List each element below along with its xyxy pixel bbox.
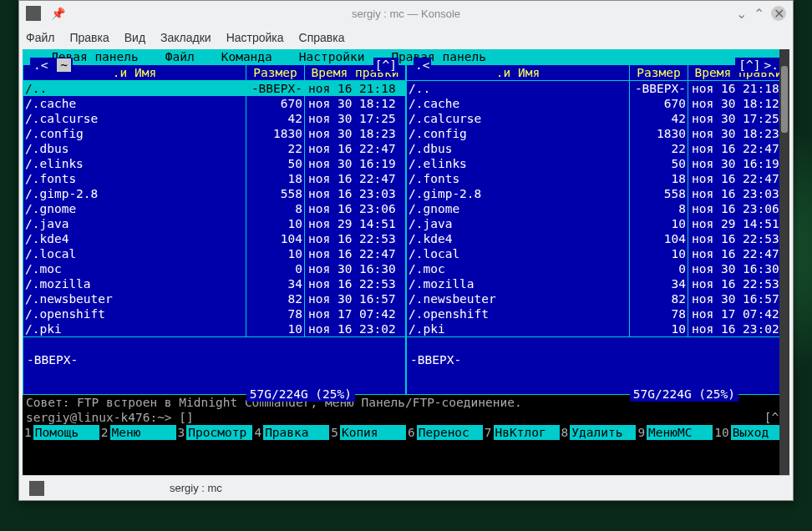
file-row[interactable]: /.config1830ноя 30 18:23: [23, 126, 405, 141]
fkey-7[interactable]: 7НвКтлог: [483, 425, 560, 440]
file-row[interactable]: /.moc0ноя 30 16:30: [23, 261, 405, 276]
file-row[interactable]: /.elinks50ноя 30 16:19: [407, 156, 789, 171]
minimize-icon[interactable]: ⌄: [736, 6, 747, 22]
file-row[interactable]: /.elinks50ноя 30 16:19: [23, 156, 405, 171]
file-row[interactable]: /..-ВВЕРХ-ноя 16 21:18: [23, 81, 405, 96]
pin-icon[interactable]: 📌: [51, 7, 65, 20]
function-keys: 1Помощь2Меню3Просмотр4Правка5Копия6Перен…: [23, 425, 789, 440]
panel-status: -ВВЕРХ-57G/224G (25%): [407, 336, 789, 367]
taskbar: sergiy : mc: [23, 475, 789, 500]
file-row[interactable]: /.newsbeuter82ноя 30 16:57: [407, 291, 789, 306]
file-row[interactable]: /.dbus22ноя 16 22:47: [23, 141, 405, 156]
file-row[interactable]: /.newsbeuter82ноя 30 16:57: [23, 291, 405, 306]
maximize-icon[interactable]: ⌃: [754, 6, 764, 22]
panel-arrow-left[interactable]: .<: [414, 58, 431, 73]
file-row[interactable]: /.java10ноя 29 14:51: [407, 216, 789, 231]
konsole-window: 📌 sergiy : mc — Konsole ⌄ ⌃ ✕ Файл Правк…: [18, 0, 794, 501]
file-row[interactable]: /.dbus22ноя 16 22:47: [407, 141, 789, 156]
scrollbar-thumb[interactable]: [781, 66, 788, 133]
left-panel[interactable]: .< ~ [^] .и ИмяРазмерВремя правки/..-ВВЕ…: [23, 64, 406, 395]
fkey-2[interactable]: 2Меню: [99, 425, 176, 440]
fkey-1[interactable]: 1Помощь: [23, 425, 99, 440]
file-row[interactable]: /.pki10ноя 16 23:02: [407, 321, 789, 336]
taskbar-label[interactable]: sergiy : mc: [170, 482, 222, 494]
mc-panels: .< ~ [^] .и ИмяРазмерВремя правки/..-ВВЕ…: [23, 64, 789, 395]
close-icon[interactable]: ✕: [771, 6, 786, 21]
fkey-6[interactable]: 6Перенос: [406, 425, 483, 440]
file-row[interactable]: /.java10ноя 29 14:51: [23, 216, 405, 231]
menu-file[interactable]: Файл: [26, 31, 54, 44]
terminal-area[interactable]: Левая панель Файл Команда Настройки Прав…: [23, 49, 789, 492]
file-row[interactable]: /.cache670ноя 30 18:12: [407, 96, 789, 111]
window-title: sergiy : mc — Konsole: [19, 8, 793, 20]
prompt-text: sergiy@linux-k476:~> []: [26, 410, 194, 425]
shell-prompt[interactable]: sergiy@linux-k476:~> [] [^]: [23, 410, 789, 425]
home-button[interactable]: ~: [57, 58, 71, 72]
terminal-scrollbar[interactable]: [779, 49, 789, 492]
file-row[interactable]: /.openshift78ноя 17 07:42: [407, 306, 789, 321]
file-row[interactable]: /.mozilla34ноя 16 22:53: [407, 276, 789, 291]
file-row[interactable]: /.local10ноя 16 22:47: [23, 246, 405, 261]
file-row[interactable]: /.fonts18ноя 16 22:47: [407, 171, 789, 186]
menu-bookmarks[interactable]: Закладки: [160, 31, 211, 44]
file-row[interactable]: /.mozilla34ноя 16 22:53: [23, 276, 405, 291]
fkey-5[interactable]: 5Копия: [329, 425, 406, 440]
file-row[interactable]: /.fonts18ноя 16 22:47: [23, 171, 405, 186]
file-row[interactable]: /.openshift78ноя 17 07:42: [23, 306, 405, 321]
file-row[interactable]: /.kde4104ноя 16 22:53: [407, 231, 789, 246]
file-row[interactable]: /.pki10ноя 16 23:02: [23, 321, 405, 336]
file-row[interactable]: /.gimp-2.8558ноя 16 23:03: [23, 186, 405, 201]
fkey-3[interactable]: 3Просмотр: [176, 425, 253, 440]
file-row[interactable]: /.config1830ноя 30 18:23: [407, 126, 789, 141]
file-row[interactable]: /.moc0ноя 30 16:30: [407, 261, 789, 276]
panel-arrow-left[interactable]: .< ~: [30, 58, 73, 73]
file-row[interactable]: /.gnome8ноя 16 23:06: [407, 201, 789, 216]
menu-edit[interactable]: Правка: [69, 31, 109, 44]
menu-settings[interactable]: Настройка: [226, 31, 284, 44]
file-row[interactable]: /.gnome8ноя 16 23:06: [23, 201, 405, 216]
panel-corner[interactable]: [^]: [373, 58, 398, 73]
panel-status: -ВВЕРХ-57G/224G (25%): [23, 336, 405, 367]
fkey-4[interactable]: 4Правка: [252, 425, 329, 440]
file-row[interactable]: /.calcurse42ноя 30 17:25: [23, 111, 405, 126]
app-icon: [26, 6, 41, 21]
app-menubar: Файл Правка Вид Закладки Настройка Справ…: [19, 26, 793, 49]
file-row[interactable]: /.calcurse42ноя 30 17:25: [407, 111, 789, 126]
titlebar[interactable]: 📌 sergiy : mc — Konsole ⌄ ⌃ ✕: [19, 1, 793, 26]
file-row[interactable]: /..-ВВЕРХ-ноя 16 21:18: [407, 81, 789, 96]
menu-help[interactable]: Справка: [299, 31, 345, 44]
file-row[interactable]: /.gimp-2.8558ноя 16 23:03: [407, 186, 789, 201]
file-row[interactable]: /.local10ноя 16 22:47: [407, 246, 789, 261]
right-panel[interactable]: .< [^]>. .и ИмяРазмерВремя правки/..-ВВЕ…: [406, 64, 789, 395]
file-row[interactable]: /.cache670ноя 30 18:12: [23, 96, 405, 111]
fkey-9[interactable]: 9МенюМС: [636, 425, 713, 440]
fkey-8[interactable]: 8Удалить: [560, 425, 637, 440]
fkey-10[interactable]: 10Выход: [713, 425, 789, 440]
panel-corner[interactable]: [^]>.: [735, 58, 782, 73]
file-row[interactable]: /.kde4104ноя 16 22:53: [23, 231, 405, 246]
menu-view[interactable]: Вид: [124, 31, 145, 44]
taskbar-app-icon[interactable]: [29, 481, 44, 496]
